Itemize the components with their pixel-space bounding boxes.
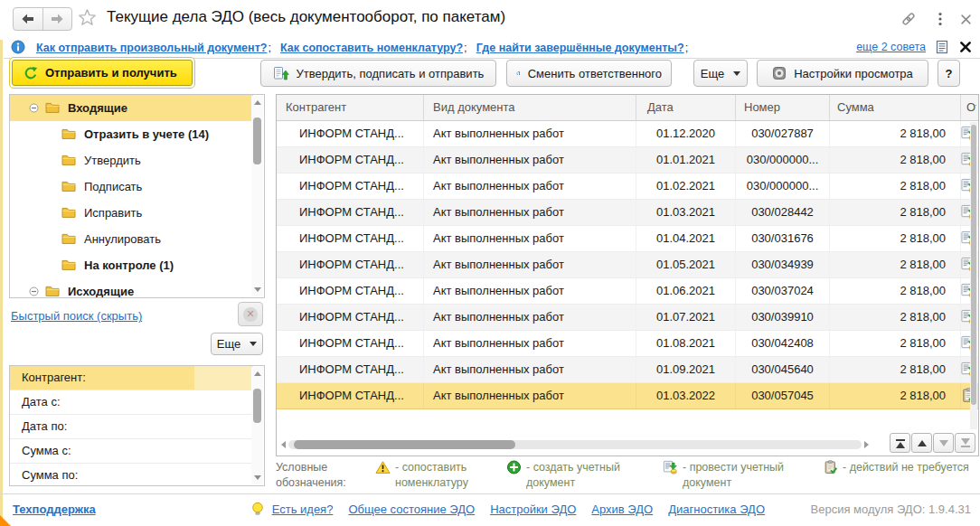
table-row[interactable]: ИНФОРМ СТАНД...Акт выполненных работ01.0… [277,147,978,174]
filter-row[interactable]: Контрагент: [10,366,253,390]
filter-row[interactable]: Сумма с: [10,439,253,464]
approve-sign-send-button[interactable]: Утвердить, подписать и отправить [260,60,496,87]
table-cell: 030/028442 [736,200,830,225]
scroll-right-icon[interactable] [864,441,869,448]
back-button[interactable] [14,8,43,30]
idea-link[interactable]: Есть идея? [272,503,334,516]
favorite-star-icon[interactable] [78,8,97,30]
column-header[interactable]: Вид документа [424,95,636,120]
tip-link[interactable]: Где найти завершённые документы? [476,42,684,54]
table-cell: 2 818,00 [830,226,961,251]
kebab-menu-icon[interactable] [929,10,951,28]
table-row[interactable]: ИНФОРМ СТАНД...Акт выполненных работ01.0… [277,305,978,331]
filter-row[interactable]: Сумма по: [10,464,253,486]
filter-scrollbar[interactable] [251,367,263,484]
table-vscrollbar[interactable] [970,122,977,429]
column-header[interactable]: Дата [636,95,736,120]
table-row[interactable]: ИНФОРМ СТАНД...Акт выполненных работ01.0… [277,357,978,383]
legend-item: - действий не требуется [823,460,969,491]
tree-item[interactable]: Исправить [10,200,253,226]
footer-link[interactable]: Общее состояние ЭДО [348,503,475,516]
scroll-down-icon[interactable] [254,287,261,292]
tree-item[interactable]: Отразить в учете (14) [10,121,253,147]
notepad-icon[interactable] [935,40,949,54]
table-row[interactable]: ИНФОРМ СТАНД...Акт выполненных работ01.0… [277,331,978,357]
footer-link[interactable]: Диагностика ЭДО [668,503,765,516]
go-next-button[interactable] [933,433,954,453]
more-button[interactable]: Еще [693,60,748,87]
go-prev-button[interactable] [911,433,932,453]
close-tips-icon[interactable] [960,42,971,52]
help-button[interactable]: ? [938,60,960,87]
tip-link[interactable]: Как сопоставить номенклатуру? [280,42,463,54]
folder-icon [45,101,60,116]
tree-item[interactable]: Аннулировать [10,226,253,252]
legend-item-label: - сопоставить номенклатуру [395,460,502,491]
tree-scrollbar-thumb[interactable] [253,117,261,164]
table-cell: 030/039910 [736,305,830,330]
table-row[interactable]: ИНФОРМ СТАНД...Акт выполненных работ01.0… [277,278,978,305]
scroll-up-icon[interactable] [254,100,261,105]
column-header[interactable]: Номер [736,95,830,120]
table-cell: 2 818,00 [830,278,961,304]
bulb-icon [251,502,264,517]
get-link-icon[interactable] [898,10,919,28]
tree-item[interactable]: Утвердить [10,147,253,174]
tree-item[interactable]: Входящие [10,95,253,121]
filters-more-button[interactable]: Еще [211,333,263,355]
legend-item: - сопоставить номенклатуру [375,460,506,491]
go-last-button[interactable] [955,433,975,453]
tip-link[interactable]: Как отправить произвольный документ? [36,42,267,54]
filter-scrollbar-thumb[interactable] [253,389,261,423]
forward-button[interactable] [43,8,72,30]
tree-scrollbar[interactable] [251,96,263,296]
tree-item[interactable]: На контроле (1) [10,252,253,278]
scroll-left-icon[interactable] [281,441,286,448]
table-row[interactable]: ИНФОРМ СТАНД...Акт выполненных работ01.0… [277,226,978,252]
table-row[interactable]: ИНФОРМ СТАНД...Акт выполненных работ01.0… [277,174,978,200]
quick-search-toggle-link[interactable]: Быстрый поиск (скрыть) [11,309,142,323]
support-link[interactable]: Техподдержка [13,503,96,516]
edo-app-window: Текущие дела ЭДО (весь документооборот, … [0,0,980,526]
table-hscrollbar[interactable] [281,439,869,449]
column-header[interactable]: Сумма [830,95,961,120]
table-cell: 01.03.2021 [636,200,736,225]
more-tips-link[interactable]: еще 2 совета [856,41,926,53]
table-cell: ИНФОРМ СТАНД... [277,357,424,382]
footer-link[interactable]: Настройки ЭДО [490,503,576,516]
table-cell: Акт выполненных работ [424,278,636,304]
tree-item-label: Отразить в учете (14) [84,127,209,141]
table-cell: 030/000000... [736,174,830,199]
table-cell: 2 818,00 [830,200,961,225]
view-settings-button[interactable]: Настройки просмотра [757,60,928,87]
tree-item[interactable]: Подписать [10,174,253,200]
table-row[interactable]: ИНФОРМ СТАНД...Акт выполненных работ01.0… [277,200,978,226]
tree-item-label: Аннулировать [84,232,161,246]
filter-row[interactable]: Дата по: [10,415,253,439]
collapse-icon[interactable] [29,103,39,113]
column-header[interactable]: Контрагент [277,95,424,120]
chevron-down-icon [250,342,257,346]
go-first-button[interactable] [890,433,910,453]
table-vscrollbar-thumb[interactable] [971,125,976,405]
table-cell: 01.06.2021 [636,278,736,304]
table-cell: 2 818,00 [830,383,961,409]
table-row[interactable]: ИНФОРМ СТАНД...Акт выполненных работ01.1… [277,121,978,147]
scroll-up-icon[interactable] [254,371,261,376]
doc-send-icon [273,66,289,80]
clear-filter-button[interactable]: ✕ [238,302,263,326]
table-row[interactable]: ИНФОРМ СТАНД...Акт выполненных работ01.0… [277,383,978,409]
table-hscrollbar-thumb[interactable] [294,440,515,449]
tip-separator: ; [464,41,467,54]
change-responsible-button[interactable]: Сменить ответственного [506,60,672,87]
send-receive-button[interactable]: Отправить и получить [12,60,193,86]
footer-link[interactable]: Архив ЭДО [591,503,653,516]
column-header[interactable]: От [961,95,976,120]
scroll-down-icon[interactable] [254,475,261,480]
filter-row[interactable]: Дата с: [10,390,253,415]
post-doc-icon [663,460,678,474]
collapse-icon[interactable] [29,286,39,296]
tree-item[interactable]: Исходящие [10,278,253,298]
table-row[interactable]: ИНФОРМ СТАНД...Акт выполненных работ01.0… [277,252,978,278]
close-window-icon[interactable] [955,10,976,28]
